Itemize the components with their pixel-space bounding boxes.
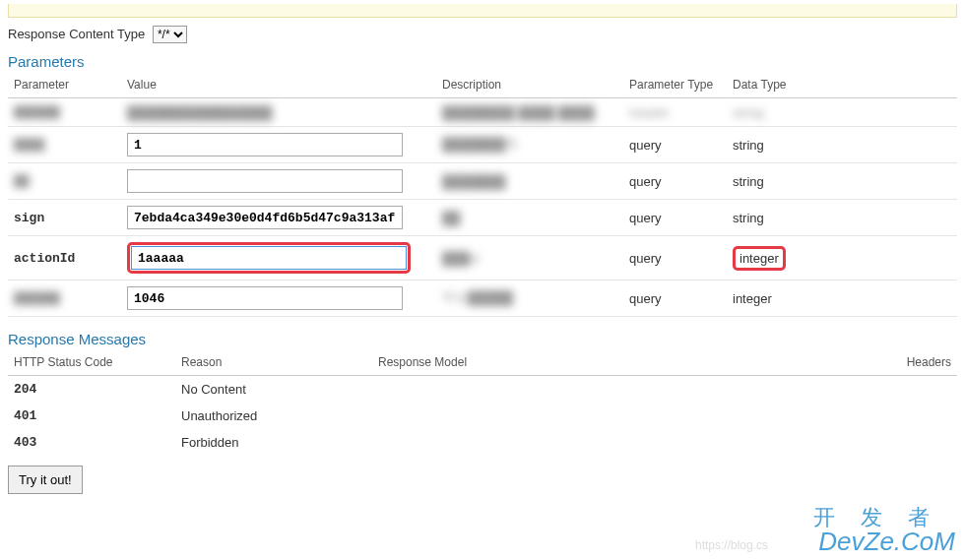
http-status-code: 403 [8,429,175,456]
param-name-cell: ██ [8,163,121,200]
highlight-box [127,242,411,274]
param-type: header [629,105,669,120]
col-http-status: HTTP Status Code [8,351,175,376]
param-value-cell [121,127,436,163]
param-name: actionId [14,251,75,266]
col-headers: Headers [878,351,957,376]
param-value-cell [121,280,436,317]
col-parameter-type: Parameter Type [623,74,727,98]
param-type: query [629,138,662,153]
reason: Forbidden [175,429,372,456]
col-parameter: Parameter [8,74,121,98]
response-messages-title: Response Messages [8,331,957,347]
reason: Unauthorized [175,403,372,429]
data-type-cell: string [727,98,957,127]
col-data-type: Data Type [727,74,957,98]
param-type: query [629,291,662,306]
param-name: ████ [14,138,44,153]
param-value-cell [121,163,436,200]
response-content-type-row: Response Content Type */* [8,26,957,43]
response-model [372,376,878,404]
param-value-input[interactable] [127,206,403,229]
param-type-cell: query [623,163,727,200]
param-type-cell: query [623,280,727,317]
param-type-cell: query [623,200,727,236]
param-desc: ███id [442,251,480,266]
response-content-type-label: Response Content Type [8,27,145,41]
param-value-input[interactable] [127,133,403,156]
table-row: actionId███idqueryinteger [8,236,957,280]
param-desc: ███████ [442,174,505,189]
data-type: string [733,211,764,225]
param-desc-cell: ██ [436,200,623,236]
param-type-cell: header [623,98,727,127]
param-value-blurred: ████████████████ [127,105,272,120]
data-type-cell: string [727,127,957,163]
table-row: █████████querystring [8,163,957,200]
watermark: 开发者 DevZe.CoM [813,507,955,554]
param-type-cell: query [623,127,727,163]
col-value: Value [121,74,436,98]
col-description: Description [436,74,623,98]
param-value-input[interactable] [127,169,403,193]
param-type: query [629,211,662,225]
response-messages-table: HTTP Status Code Reason Response Model H… [8,351,957,456]
response-model [372,403,878,429]
data-type-cell: string [727,163,957,200]
http-status-code: 204 [8,376,175,404]
table-row: sign██querystring [8,200,957,236]
param-name-cell: ██████ [8,280,121,317]
param-value-cell: ████████████████ [121,98,436,127]
param-value-cell [121,236,436,280]
http-status-code: 401 [8,403,175,429]
param-value-input[interactable] [131,246,407,270]
data-type: integer [733,291,772,306]
param-type-cell: query [623,236,727,280]
response-model [372,429,878,456]
param-desc-cell: ███████ [436,163,623,200]
watermark-top: 开发者 [813,507,955,529]
parameters-table: Parameter Value Description Parameter Ty… [8,74,957,317]
param-name: ██ [14,174,30,189]
param-value-cell [121,200,436,236]
param-desc: 平台█████ [442,290,513,305]
param-name: ██████ [14,291,60,306]
param-desc: ████████ ████ ████ [442,105,595,120]
table-row: 403Forbidden [8,429,957,456]
param-value-input[interactable] [127,286,403,310]
watermark-bottom: DevZe.CoM [813,529,955,554]
reason: No Content [175,376,372,404]
notice-banner [8,4,957,18]
headers-cell [878,376,957,404]
data-type-cell: string [727,200,957,236]
watermark-url: https://blog.cs [695,538,768,552]
table-row: ███████████号querystring [8,127,957,163]
param-name: sign [14,211,44,225]
param-name: ██████ [14,105,60,120]
parameters-title: Parameters [8,53,957,70]
table-row: 401Unauthorized [8,403,957,429]
table-row: ██████平台█████queryinteger [8,280,957,317]
col-reason: Reason [175,351,372,376]
try-it-out-button[interactable]: Try it out! [8,466,83,494]
param-type: query [629,174,662,189]
data-type: integer [740,251,779,266]
data-type: string [733,138,764,153]
headers-cell [878,429,957,456]
param-desc-cell: ███id [436,236,623,280]
param-name-cell: ██████ [8,98,121,127]
param-name-cell: sign [8,200,121,236]
table-row: 204No Content [8,376,957,404]
response-content-type-select[interactable]: */* [153,26,187,43]
data-type-cell: integer [727,236,957,280]
data-type: string [733,174,764,189]
table-row: ██████████████████████████████ ████ ████… [8,98,957,127]
param-desc: ███████号 [442,137,518,152]
param-desc-cell: ███████号 [436,127,623,163]
param-type: query [629,251,662,266]
param-desc-cell: 平台█████ [436,280,623,317]
col-response-model: Response Model [372,351,878,376]
data-type: string [733,105,764,120]
highlight-box: integer [733,246,786,271]
param-desc: ██ [442,211,460,225]
